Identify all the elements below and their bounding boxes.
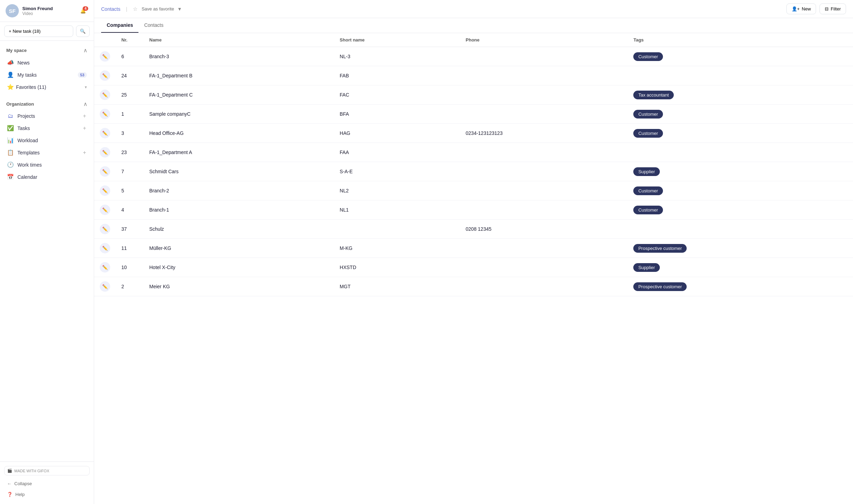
search-button[interactable]: 🔍 — [76, 25, 90, 37]
edit-cell: ✏️ — [94, 239, 116, 258]
tag-badge[interactable]: Supplier — [633, 167, 660, 176]
templates-add-button[interactable]: + — [82, 150, 87, 156]
row-name[interactable]: FA-1_Department C — [144, 85, 334, 105]
tag-badge[interactable]: Customer — [633, 129, 663, 138]
new-button[interactable]: 👤+ New — [786, 3, 816, 14]
main-content: Contacts | ☆ Save as favorite ▾ 👤+ New ⊟… — [94, 0, 853, 504]
col-tags-header[interactable]: Tags — [628, 33, 853, 47]
new-task-button[interactable]: + New task (18) — [4, 25, 73, 37]
tasks-add-button[interactable]: + — [82, 125, 87, 131]
tag-badge[interactable]: Prospective customer — [633, 244, 687, 253]
news-icon: 📣 — [7, 59, 14, 66]
sidebar-item-label: Calendar — [17, 174, 87, 180]
tag-badge[interactable]: Supplier — [633, 263, 660, 272]
row-name[interactable]: Meier KG — [144, 277, 334, 296]
templates-icon: 📋 — [7, 149, 14, 156]
tag-badge[interactable]: Customer — [633, 186, 663, 195]
edit-cell: ✏️ — [94, 85, 116, 105]
row-phone — [460, 66, 628, 85]
edit-button[interactable]: ✏️ — [100, 262, 110, 273]
edit-button[interactable]: ✏️ — [100, 205, 110, 215]
organization-toggle[interactable]: ∧ — [83, 101, 88, 107]
row-tag-cell — [628, 220, 853, 239]
row-name[interactable]: Sample companyC — [144, 105, 334, 124]
edit-cell: ✏️ — [94, 181, 116, 200]
col-edit-header — [94, 33, 116, 47]
dropdown-icon[interactable]: ▾ — [178, 6, 181, 12]
sidebar-item-favorites[interactable]: ⭐ Favorites (11) ▾ — [4, 81, 90, 93]
avatar: SF — [6, 4, 19, 17]
my-space-toggle[interactable]: ∧ — [83, 47, 88, 54]
sidebar-item-my-tasks[interactable]: 👤 My tasks 53 — [4, 69, 90, 81]
row-short-name: M-KG — [334, 239, 460, 258]
star-icon[interactable]: ☆ — [133, 6, 137, 12]
row-short-name: BFA — [334, 105, 460, 124]
collapse-icon: ← — [7, 481, 12, 486]
edit-button[interactable]: ✏️ — [100, 224, 110, 234]
row-name[interactable]: Branch-3 — [144, 47, 334, 66]
row-name[interactable]: FA-1_Department A — [144, 143, 334, 162]
breadcrumb[interactable]: Contacts — [101, 6, 120, 12]
col-short-header[interactable]: Short name — [334, 33, 460, 47]
col-name-header[interactable]: Name — [144, 33, 334, 47]
table-row: ✏️6Branch-3NL-3Customer — [94, 47, 853, 66]
filter-label: Filter — [831, 6, 841, 12]
edit-button[interactable]: ✏️ — [100, 147, 110, 158]
edit-button[interactable]: ✏️ — [100, 185, 110, 196]
user-subtitle: Video — [22, 11, 75, 16]
calendar-icon: 📅 — [7, 174, 14, 180]
projects-add-button[interactable]: + — [82, 113, 87, 119]
edit-button[interactable]: ✏️ — [100, 70, 110, 81]
table-row: ✏️7Schmidt CarsS-A-ESupplier — [94, 162, 853, 181]
favorites-icon: ⭐ — [7, 84, 14, 90]
tab-companies[interactable]: Companies — [101, 18, 138, 33]
sidebar-item-projects[interactable]: 🗂 Projects + — [4, 110, 90, 122]
tag-badge[interactable]: Customer — [633, 52, 663, 61]
edit-button[interactable]: ✏️ — [100, 109, 110, 119]
row-name[interactable]: Schmidt Cars — [144, 162, 334, 181]
row-short-name — [334, 220, 460, 239]
row-name[interactable]: Branch-1 — [144, 200, 334, 220]
edit-button[interactable]: ✏️ — [100, 166, 110, 177]
sidebar-item-templates[interactable]: 📋 Templates + — [4, 146, 90, 159]
new-task-label: + New task (18) — [9, 29, 40, 34]
save-favorite-button[interactable]: Save as favorite — [142, 6, 174, 12]
sidebar-item-calendar[interactable]: 📅 Calendar — [4, 171, 90, 183]
tag-badge[interactable]: Prospective customer — [633, 282, 687, 291]
filter-button[interactable]: ⊟ Filter — [820, 3, 846, 14]
tab-contacts[interactable]: Contacts — [138, 18, 169, 33]
sidebar-item-work-times[interactable]: 🕐 Work times — [4, 159, 90, 171]
notification-badge: 4 — [83, 6, 88, 11]
row-name[interactable]: Schulz — [144, 220, 334, 239]
sidebar-item-news[interactable]: 📣 News — [4, 56, 90, 69]
edit-button[interactable]: ✏️ — [100, 128, 110, 138]
tag-badge[interactable]: Customer — [633, 206, 663, 214]
sidebar-item-workload[interactable]: 📊 Workload — [4, 134, 90, 146]
row-phone — [460, 258, 628, 277]
edit-cell: ✏️ — [94, 143, 116, 162]
tag-badge[interactable]: Customer — [633, 110, 663, 119]
sidebar-item-label: Tasks — [17, 125, 79, 131]
collapse-button[interactable]: ← Collapse — [4, 478, 90, 489]
row-name[interactable]: Head Office-AG — [144, 124, 334, 143]
sidebar-item-label: Templates — [17, 150, 79, 155]
edit-button[interactable]: ✏️ — [100, 281, 110, 292]
sidebar-item-tasks[interactable]: ✅ Tasks + — [4, 122, 90, 134]
row-short-name: FAC — [334, 85, 460, 105]
edit-button[interactable]: ✏️ — [100, 243, 110, 253]
col-nr-header[interactable]: Nr. — [116, 33, 144, 47]
notifications-button[interactable]: 🔔 4 — [78, 6, 88, 16]
row-nr: 24 — [116, 66, 144, 85]
help-button[interactable]: ❓ Help — [4, 489, 90, 500]
row-name[interactable]: Branch-2 — [144, 181, 334, 200]
row-name[interactable]: Hotel X-City — [144, 258, 334, 277]
col-phone-header[interactable]: Phone — [460, 33, 628, 47]
edit-button[interactable]: ✏️ — [100, 51, 110, 62]
row-phone — [460, 200, 628, 220]
row-phone — [460, 181, 628, 200]
row-name[interactable]: FA-1_Department B — [144, 66, 334, 85]
row-name[interactable]: Müller-KG — [144, 239, 334, 258]
tag-badge[interactable]: Tax accountant — [633, 91, 673, 99]
table-row: ✏️1Sample companyCBFACustomer — [94, 105, 853, 124]
edit-button[interactable]: ✏️ — [100, 90, 110, 100]
